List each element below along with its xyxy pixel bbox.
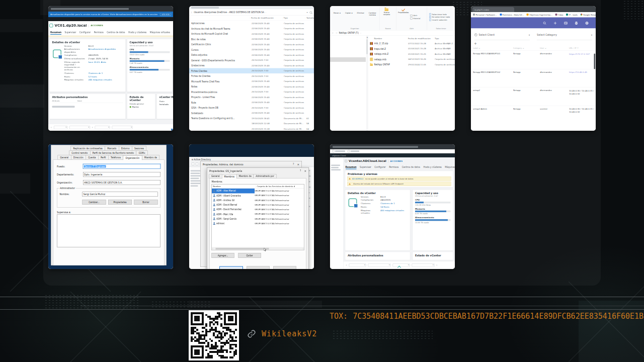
file-row: Archivos de Microsoft Copilot Chat 22/06… (189, 31, 314, 37)
vcenter-footer-bar: ‹ › (48, 124, 173, 131)
quitar-button: Quitar (238, 253, 261, 258)
credential-url: https://10.46.0.45 (569, 71, 587, 74)
file-type: Carpeta de archivos (283, 38, 305, 41)
ribbon-small-item: Abrir (410, 15, 420, 17)
file-row: Ruta 22/06/2025 15:40 Carpeta de archivo… (189, 100, 314, 106)
properties-icon (401, 8, 405, 11)
wikileaks-link[interactable]: WikileaksV2 (262, 329, 317, 338)
user-icon (213, 199, 216, 202)
member-name: ADM - Sergi García (216, 218, 255, 220)
member-path: GRUPOANCO.LOCAL/Infraestructur (255, 213, 304, 216)
credential-url: 10.46.0.30 / 10.46.0.31 / 10.46.0.32 (569, 89, 595, 96)
generic-icon (410, 18, 412, 20)
credential-label: Netapp MDOLIDASNIUP102 (473, 71, 513, 87)
file-row: Certificación Citrix 22/06/2025 15:40 Ca… (189, 42, 314, 47)
ribbon-icon (335, 8, 339, 12)
screenshot-thumbnail-ad-group-properties[interactable]: e Active Directory (189, 144, 314, 269)
file-name: GISA - Proyecto Azure DB (189, 107, 251, 109)
file-name: Microsoft Teams Chat Files (189, 80, 251, 82)
screenshot-thumbnail-vcenter-vc01[interactable]: Actualización disponible para la versión… (48, 6, 173, 131)
file-row: Fichas de Clientes 25/10/2025 7:53 Carpe… (189, 73, 314, 79)
file-name: Teams Questions on Configuring and G... (189, 117, 251, 120)
file-date: 22/06/2025 15:40 (251, 85, 283, 88)
screenshot-thumbnail-password-manager[interactable]: ss.php?t=index Personal | Software... Fo… (471, 6, 596, 131)
capacity-meter: Almacenamiento 10.66 TB usado (415, 217, 451, 224)
card-title: Capacidad y uso (415, 192, 451, 195)
selection-option: Invertir selección (429, 19, 453, 21)
file-name: netapp.mib (374, 58, 386, 60)
bookmark-favicon (526, 14, 528, 16)
alarm-row: Alarma del estado del servicio VMware vA… (347, 182, 451, 187)
file-name: NetApp ONTAP (374, 63, 390, 66)
file-size: 64 (305, 128, 314, 130)
member-path: GRUPOANCO.LOCAL/Infraestructur (255, 195, 304, 197)
close-icon: × (304, 169, 306, 172)
aplicar-button (273, 266, 296, 269)
file-type: Carpeta de archivos (435, 63, 455, 66)
user-icon (213, 204, 216, 206)
file-row: traps.dat.Z 01/03/2021 15:28 Archivo Win… (368, 46, 455, 52)
bookmark-item: Google Keep (580, 14, 596, 16)
address-text: NetApp ONTAP (T:) (339, 32, 359, 34)
credential-row: ontap2 Admin Netapp vcenter 10.46.0.30 /… (471, 106, 596, 124)
detail-field: Última actualización: 2 sept. 2025, 14:1… (64, 57, 123, 60)
user-icon (213, 222, 216, 225)
inventory-tree-pane (330, 157, 344, 269)
contact-card-icon (564, 21, 568, 25)
vcenter-details-card: Detalles de vCenter Versión: 8.0.3 Compi… (345, 190, 411, 251)
dialog-tab: Replicación de contraseñas (71, 146, 105, 151)
horizontal-scrollbar: ‹› (212, 247, 304, 250)
file-name: Ruta (189, 101, 251, 104)
file-type: Carpeta de archivos (283, 75, 305, 77)
capacity-meter: Memoria 4.05 TB usado (415, 208, 451, 215)
screenshot-thumbnail-explorer-netapp[interactable]: Mover a Copiar a Eliminar Cambiar nombre… (330, 6, 455, 131)
detail-field: Clústeres: Clústeres de 1 (64, 72, 123, 74)
file-type: Carpeta de archivos (283, 59, 305, 62)
vcenter-ha-card: vCenter HA Modo Instalado (156, 94, 173, 119)
credential-user: dhernandez (540, 53, 569, 69)
file-name: traps.dat.Z (374, 47, 386, 50)
credential-user: dhernandez (540, 89, 569, 106)
file-size: 61 (305, 117, 314, 120)
ribbon-icon (359, 8, 363, 12)
file-row: Teams Questions on Configuring and G... … (189, 116, 314, 121)
vcenter-tab: Resumen (50, 30, 61, 35)
screenshot-thumbnail-vcenter-adcloud[interactable]: vSphere Client Vcenter.ADCloud.local | A… (330, 144, 455, 269)
capacity-meter: CPU 28.63 GHz usado (130, 49, 170, 56)
bookmark-favicon (580, 14, 582, 16)
file-row: Sintetizado 22/06/2025 15:40 Carpeta de … (189, 111, 314, 116)
close-icon: × (297, 162, 299, 166)
file-name: Proyecto - Linked Files (189, 96, 251, 99)
screenshot-thumbnail-explorer-onedrive[interactable]: | ›Usuarios›dbenjumea›OneDrive - ANCO SI… (189, 6, 314, 131)
tox-id-line: TOX: 7C35408411AEEBD53CDBCEBAB167D7B22F1… (330, 312, 644, 321)
credential-row: ontap2 Netapp dhernandez 10.46.0.30 / 10… (471, 87, 596, 106)
health-value: Bueno (132, 106, 139, 109)
file-date: 22/06/2025 15:40 (251, 112, 283, 115)
health-ok-icon (130, 106, 132, 108)
vcenter-tab: Supervisar (65, 30, 76, 35)
banner-text: Actualización disponible para la versión… (50, 13, 158, 16)
screenshot-thumbnail-ad-user-properties[interactable]: Replicación de contraseñasMarcadoEntorno… (48, 144, 173, 269)
bookmarks-bar: Personal | Software... Forensics - Data … (471, 12, 596, 18)
new-folder-icon (385, 9, 389, 12)
ribbon-group-label: Abrir (397, 27, 426, 31)
back-icon: ← (332, 32, 334, 34)
organizacion-field: ANCO SISTEMAS DE GESTION S.A. (83, 180, 160, 185)
breadcrumb-item: dbenjumea (204, 11, 216, 14)
member-path: GRUPOANCO.LOCAL/Infraestructur (255, 199, 304, 202)
file-type: Carpeta de archivos (435, 58, 455, 61)
ribbon-button: Cambiar nombre (367, 7, 379, 27)
problems-alarms-card: Problemas y alarmas AD-ADM022: no se pue… (345, 171, 454, 188)
member-row: ADM - Sergi García GRUPOANCO.LOCAL/Infra… (212, 217, 304, 221)
file-type: Carpeta de archivos (283, 96, 305, 99)
file-type: Carpeta de archivos (283, 64, 305, 67)
file-name: Grabaciones (189, 64, 251, 67)
file-row: Microsoft Teams Chat Files 22/06/2025 15… (189, 79, 314, 84)
file-date: 22/06/2025 15:40 (251, 38, 283, 41)
scrollbar (594, 54, 596, 69)
vcenter-tab: Permisos (389, 165, 398, 169)
dialog-tab: Perfil de Servicios de Escritorio remoto (90, 151, 136, 155)
file-type: Carpeta de archivos (283, 112, 305, 115)
chevron-down-icon: ▾ (306, 11, 307, 14)
file-icon (370, 64, 373, 66)
